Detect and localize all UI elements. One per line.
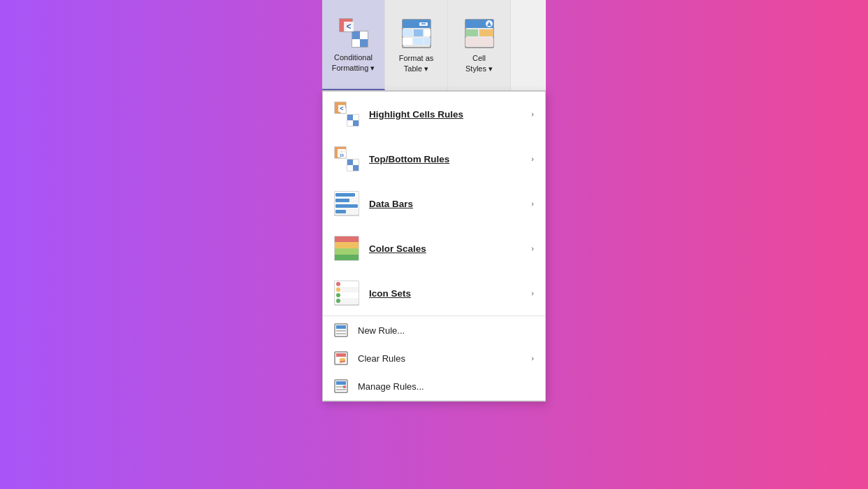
svg-rect-46 [353, 160, 359, 165]
svg-rect-8 [352, 39, 360, 47]
icon-sets-item[interactable]: Icon Sets › [323, 271, 545, 316]
svg-rect-6 [352, 31, 360, 39]
manage-rules-label: Manage Rules... [358, 381, 534, 392]
svg-rect-23 [465, 29, 478, 36]
new-rule-label: New Rule... [358, 325, 534, 336]
top-bottom-rules-item[interactable]: ↑ 10 Top/Bottom Rules › [323, 136, 545, 181]
svg-text:<: < [346, 22, 351, 31]
svg-rect-58 [335, 199, 349, 202]
svg-point-71 [336, 282, 340, 286]
clear-rules-chevron: › [531, 354, 534, 362]
svg-rect-78 [336, 333, 346, 334]
manage-rules-icon [334, 379, 348, 393]
cell-styles-button[interactable]: Cell Styles ▾ [448, 0, 511, 90]
excel-container: < Conditional Formatting ▾ [322, 0, 546, 402]
icon-sets-icon [334, 281, 359, 306]
svg-rect-64 [335, 248, 359, 255]
menu-extra-section: New Rule... Clear Rules › [323, 316, 545, 401]
color-scales-chevron: › [531, 244, 534, 253]
svg-rect-7 [360, 31, 368, 39]
icon-sets-chevron: › [531, 289, 534, 297]
svg-point-72 [336, 288, 340, 292]
clear-rules-label: Clear Rules [358, 353, 521, 364]
svg-rect-86 [336, 389, 346, 390]
data-bars-icon [334, 191, 359, 216]
new-rule-item[interactable]: New Rule... [323, 316, 545, 344]
menu-main-section: < Highlight Cells Rules › [323, 92, 545, 316]
svg-rect-77 [336, 330, 346, 332]
cell-styles-label: Cell Styles ▾ [465, 53, 493, 73]
svg-rect-45 [347, 160, 353, 165]
svg-rect-18 [424, 29, 431, 36]
svg-text:10: 10 [340, 153, 344, 157]
color-scales-icon [334, 236, 359, 261]
data-bars-chevron: › [531, 199, 534, 208]
svg-rect-48 [353, 165, 359, 171]
svg-rect-14 [414, 29, 423, 36]
highlight-cells-rules-label: Highlight Cells Rules [369, 109, 521, 120]
new-rule-icon [334, 323, 348, 337]
svg-rect-60 [335, 210, 346, 213]
format-as-table-label: Format as Table ▾ [399, 53, 434, 73]
svg-rect-84 [336, 381, 346, 385]
color-scales-item[interactable]: Color Scales › [323, 226, 545, 271]
top-bottom-rules-label: Top/Bottom Rules [369, 154, 521, 164]
svg-rect-57 [335, 193, 355, 197]
highlight-cells-rules-icon: < [334, 101, 359, 127]
dropdown-menu: < Highlight Cells Rules › [322, 91, 546, 402]
svg-rect-25 [465, 38, 493, 46]
data-bars-label: Data Bars [369, 199, 521, 209]
svg-rect-59 [335, 204, 358, 208]
svg-rect-65 [335, 255, 359, 260]
svg-rect-33 [347, 115, 353, 120]
manage-rules-item[interactable]: Manage Rules... [323, 372, 545, 400]
svg-rect-76 [336, 325, 346, 329]
svg-rect-35 [347, 120, 353, 126]
top-bottom-rules-chevron: › [531, 155, 534, 163]
svg-rect-80 [336, 353, 346, 357]
cell-styles-icon [463, 17, 496, 50]
ribbon-toolbar: < Conditional Formatting ▾ [322, 0, 546, 91]
svg-rect-87 [343, 385, 346, 388]
svg-rect-9 [360, 39, 368, 47]
svg-text:<: < [340, 105, 343, 112]
conditional-formatting-label: Conditional Formatting ▾ [332, 52, 375, 73]
svg-rect-15 [414, 38, 423, 45]
svg-rect-36 [353, 120, 359, 126]
svg-rect-17 [403, 38, 412, 45]
svg-rect-19 [424, 38, 431, 45]
highlight-cells-rules-item[interactable]: < Highlight Cells Rules › [323, 92, 545, 136]
conditional-formatting-button[interactable]: < Conditional Formatting ▾ [322, 0, 385, 90]
format-as-table-icon [400, 17, 433, 50]
svg-rect-24 [479, 29, 493, 36]
highlight-cells-rules-chevron: › [531, 110, 534, 118]
svg-rect-34 [353, 115, 359, 120]
data-bars-item[interactable]: Data Bars › [323, 181, 545, 226]
svg-point-74 [336, 299, 340, 303]
svg-rect-62 [335, 236, 359, 242]
clear-rules-icon [334, 351, 348, 365]
svg-rect-47 [347, 165, 353, 171]
svg-rect-16 [403, 29, 412, 36]
svg-point-73 [336, 293, 340, 297]
clear-rules-item[interactable]: Clear Rules › [323, 344, 545, 372]
color-scales-label: Color Scales [369, 243, 521, 254]
icon-sets-label: Icon Sets [369, 288, 521, 299]
conditional-formatting-icon: < [337, 16, 370, 50]
top-bottom-rules-icon: ↑ 10 [334, 146, 359, 171]
format-as-table-button[interactable]: Format as Table ▾ [385, 0, 448, 90]
svg-rect-63 [335, 242, 359, 248]
